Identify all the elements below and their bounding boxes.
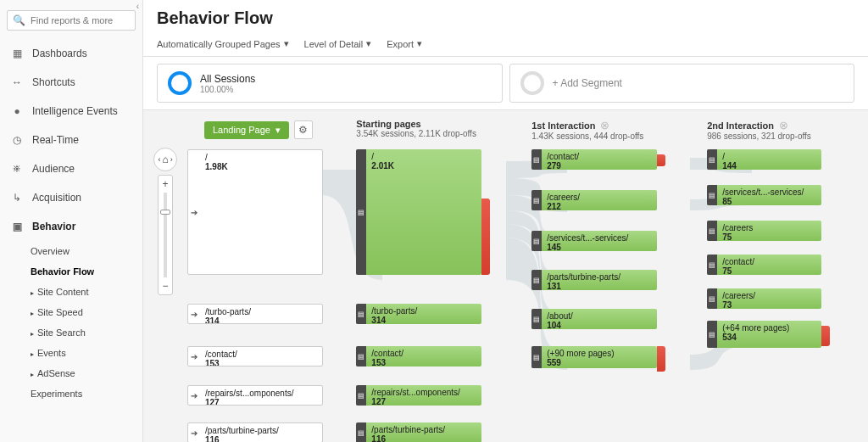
flow-node[interactable]: ▤/144 <box>707 149 821 170</box>
subnav-experiments[interactable]: Experiments <box>31 383 142 404</box>
page-icon: ▤ <box>356 385 366 406</box>
flow-node[interactable]: ▤/services/t...-services/85 <box>707 185 821 205</box>
nav-intelligence[interactable]: ●Intelligence Events <box>0 97 142 126</box>
flow-home-button[interactable]: ‹⌂› <box>153 148 177 171</box>
page-icon: ▤ <box>531 346 542 368</box>
flow-node[interactable]: ▤/turbo-parts/314 <box>356 304 481 324</box>
flow-node[interactable]: ➔/parts/turbine-parts/116 <box>187 422 323 442</box>
flow-node[interactable]: ▤/parts/turbine-parts/116 <box>356 422 481 442</box>
segment-add[interactable]: + Add Segment <box>509 64 855 103</box>
dropoff-bar <box>657 346 665 372</box>
subnav-adsense[interactable]: ▸AdSense <box>31 363 142 383</box>
nav-behavior[interactable]: ▣Behavior <box>0 212 142 241</box>
page-title: Behavior Flow <box>157 8 854 28</box>
title-bar: Behavior Flow <box>143 0 868 33</box>
flow-node[interactable]: ➔/1.98K <box>187 149 323 275</box>
dropoff-bar <box>821 326 830 346</box>
chevron-down-icon: ▾ <box>417 38 422 49</box>
nav-shortcuts[interactable]: ↔Shortcuts <box>0 68 142 97</box>
nav-left-icon: ‹ <box>158 155 160 164</box>
audience-icon: ⛯ <box>10 163 24 175</box>
bulb-icon: ● <box>10 105 24 117</box>
flow-node[interactable]: ▤/contact/279 <box>531 149 657 170</box>
page-icon: ▤ <box>356 149 366 275</box>
col-landing: ➔/1.98K ➔/turbo-parts/314 ➔/contact/153 … <box>187 119 356 442</box>
nav-realtime[interactable]: ◷Real-Time <box>0 126 142 154</box>
caret-icon: ▸ <box>31 330 34 338</box>
zoom-rail: + − <box>158 175 173 295</box>
flow-node[interactable]: ▤(+64 more pages)534 <box>707 321 821 348</box>
page-icon: ▤ <box>531 309 542 329</box>
flow-node[interactable]: ➔/contact/153 <box>187 346 323 366</box>
subnav-behavior-flow[interactable]: Behavior Flow <box>31 261 142 282</box>
zoom-thumb[interactable] <box>160 210 170 215</box>
main: Behavior Flow Automatically Grouped Page… <box>143 0 868 442</box>
flow-node[interactable]: ▤/contact/153 <box>356 346 481 366</box>
toolbar: Automatically Grouped Pages▾ Level of De… <box>143 33 868 57</box>
page-icon: ▤ <box>531 231 542 251</box>
toolbar-grouped[interactable]: Automatically Grouped Pages▾ <box>157 38 289 49</box>
collapse-sidebar-icon[interactable]: ‹ <box>136 2 139 11</box>
flow-node[interactable]: ▤/parts/turbine-parts/131 <box>531 270 657 290</box>
nav-right-icon: › <box>170 155 173 164</box>
page-icon: ▤ <box>707 321 717 348</box>
flow-node[interactable]: ▤/repairs/st...omponents/127 <box>356 385 481 406</box>
flow-node[interactable]: ➔/repairs/st...omponents/127 <box>187 385 323 406</box>
flow-node[interactable]: ▤/careers/212 <box>531 190 657 210</box>
dropoff-bar <box>481 199 490 275</box>
flow-area: Landing Page▾ ⚙ ‹⌂› + − <box>143 110 868 442</box>
caret-icon: ▸ <box>31 371 34 378</box>
subnav-overview[interactable]: Overview <box>31 241 142 261</box>
flow-controls: ‹⌂› + − <box>153 148 177 295</box>
flow-node[interactable]: ▤/services/t...-services/145 <box>531 231 657 251</box>
subnav-site-content[interactable]: ▸Site Content <box>31 282 142 302</box>
segment-subtitle: 100.00% <box>200 85 255 94</box>
remove-column-icon[interactable]: ⊗ <box>600 119 609 131</box>
toolbar-detail[interactable]: Level of Detail▾ <box>304 38 372 49</box>
behavior-icon: ▣ <box>10 221 24 232</box>
segment-all-sessions[interactable]: All Sessions 100.00% <box>157 64 503 103</box>
dashboards-icon: ▦ <box>10 48 24 59</box>
subnav-events[interactable]: ▸Events <box>31 343 142 363</box>
page-icon: ▤ <box>707 221 717 241</box>
flow-node[interactable]: ▤/contact/75 <box>707 255 821 275</box>
page-icon: ▤ <box>707 255 717 275</box>
zoom-out-button[interactable]: − <box>159 279 171 293</box>
flow-node[interactable]: ➔/turbo-parts/314 <box>187 304 323 324</box>
nav-dashboards[interactable]: ▦Dashboards <box>0 39 142 68</box>
col-header: 2nd Interaction⊗ 986 sessions, 321 drop-… <box>707 119 811 141</box>
nav-audience[interactable]: ⛯Audience <box>0 154 142 183</box>
flow-node[interactable]: ▤/careers75 <box>707 221 821 241</box>
subnav-site-search[interactable]: ▸Site Search <box>31 322 142 343</box>
nav-acquisition[interactable]: ↳Acquisition <box>0 183 142 212</box>
clock-icon: ◷ <box>10 134 24 146</box>
nav-label: Acquisition <box>32 192 81 204</box>
col-header: Starting pages 3.54K sessions, 2.11K dro… <box>356 119 476 138</box>
segment-empty-ring-icon <box>520 71 544 95</box>
search-input[interactable] <box>31 15 130 25</box>
arrow-icon: ➔ <box>188 386 200 405</box>
col-starting: Starting pages 3.54K sessions, 2.11K dro… <box>356 119 531 442</box>
zoom-in-button[interactable]: + <box>159 177 171 191</box>
toolbar-export[interactable]: Export▾ <box>387 38 422 49</box>
search-container: 🔍 <box>7 10 136 31</box>
acquisition-icon: ↳ <box>10 192 24 204</box>
search-icon: 🔍 <box>13 14 25 26</box>
flow-node[interactable]: ▤(+90 more pages)559 <box>531 346 657 368</box>
chevron-down-icon: ▾ <box>366 38 371 49</box>
nav-label: Intelligence Events <box>32 105 118 117</box>
flow-node[interactable]: ▤/2.01K <box>356 149 481 275</box>
page-icon: ▤ <box>356 346 366 366</box>
page-icon: ▤ <box>707 185 717 205</box>
nav-label: Real-Time <box>32 134 79 146</box>
page-icon: ▤ <box>531 149 542 170</box>
zoom-track[interactable] <box>164 193 167 277</box>
flow-columns: ➔/1.98K ➔/turbo-parts/314 ➔/contact/153 … <box>187 119 868 442</box>
home-icon: ⌂ <box>162 154 168 165</box>
arrow-icon: ➔ <box>188 305 200 323</box>
subnav-site-speed[interactable]: ▸Site Speed <box>31 302 142 322</box>
flow-node[interactable]: ▤/careers/73 <box>707 288 821 309</box>
remove-column-icon[interactable]: ⊗ <box>779 119 788 131</box>
flow-node[interactable]: ▤/about/104 <box>531 309 657 329</box>
page-icon: ▤ <box>707 288 717 309</box>
